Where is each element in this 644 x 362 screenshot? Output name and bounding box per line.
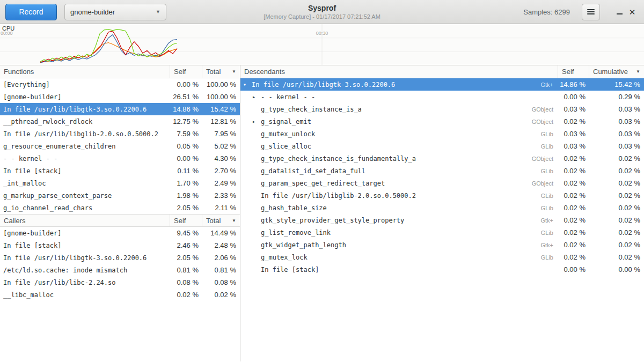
column-header-total[interactable]: Total ▼ — [202, 215, 240, 226]
descendant-row[interactable]: g_param_spec_get_redirect_target GObject… — [240, 177, 644, 189]
descendant-row[interactable]: g_mutex_unlock GLib 0.03 % 0.03 % — [240, 128, 644, 140]
self-percent: 0.02 % — [558, 204, 589, 212]
cumulative-percent: 0.02 % — [589, 216, 644, 224]
descendant-row[interactable]: g_slice_alloc GLib 0.03 % 0.03 % — [240, 140, 644, 152]
self-percent: 12.75 % — [170, 117, 202, 125]
minimize-button[interactable] — [613, 5, 626, 18]
sort-descending-icon: ▼ — [634, 69, 640, 74]
caller-row[interactable]: In file /usr/lib/libc-2.24.so 0.08 % 0.0… — [0, 276, 240, 289]
function-name: g_slice_alloc — [261, 143, 311, 150]
library-badge: GLib — [541, 205, 558, 211]
descendant-row[interactable]: In file [stack] 0.00 % 0.00 % — [240, 263, 644, 276]
self-percent: 0.02 % — [558, 191, 589, 200]
caller-row[interactable]: __libc_malloc 0.02 % 0.02 % — [0, 289, 240, 301]
function-row[interactable]: In file /usr/lib/libgtk-3.so.0.2200.6 14… — [0, 103, 240, 115]
total-percent: 2.06 % — [202, 254, 240, 262]
total-percent: 7.95 % — [202, 130, 240, 138]
column-header-cumulative[interactable]: Cumulative ▼ — [589, 65, 644, 78]
function-row[interactable]: - - kernel - - 0.00 % 4.30 % — [0, 152, 240, 165]
menu-button[interactable] — [582, 4, 600, 20]
cumulative-percent: 0.29 % — [589, 93, 644, 101]
descendants-rows: ▾ In file /usr/lib/libgtk-3.so.0.2200.6 … — [240, 78, 644, 276]
descendant-row[interactable]: ▾ In file /usr/lib/libgtk-3.so.0.2200.6 … — [240, 78, 644, 91]
self-percent: 0.05 % — [170, 142, 202, 150]
library-badge: GObject — [532, 119, 558, 125]
column-header-callers[interactable]: Callers — [0, 215, 170, 226]
column-header-descendants[interactable]: Descendants — [240, 65, 558, 78]
column-header-self[interactable]: Self — [170, 65, 202, 78]
function-name: In file /usr/lib/libgtk-3.so.0.2200.6 — [0, 106, 170, 113]
column-header-self[interactable]: Self — [170, 215, 202, 226]
descendant-row[interactable]: ▸ - - kernel - - 0.00 % 0.29 % — [240, 91, 644, 103]
function-row[interactable]: g_resource_enumerate_children 0.05 % 5.0… — [0, 140, 240, 152]
function-row[interactable]: [Everything] 0.00 % 100.00 % — [0, 78, 240, 91]
record-button[interactable]: Record — [5, 4, 57, 20]
caller-row[interactable]: /etc/ld.so.cache: inode mismatch 0.81 % … — [0, 264, 240, 276]
descendant-row[interactable]: g_list_remove_link GLib 0.02 % 0.02 % — [240, 226, 644, 239]
function-name: g_signal_emit — [261, 118, 311, 125]
function-name: g_hash_table_size — [261, 204, 327, 212]
descendant-row[interactable]: g_mutex_lock GLib 0.02 % 0.02 % — [240, 251, 644, 263]
self-percent: 2.05 % — [170, 204, 202, 212]
descendant-row[interactable]: g_type_check_instance_is_fundamentally_a… — [240, 152, 644, 165]
function-row[interactable]: [gnome-builder] 26.51 % 100.00 % — [0, 91, 240, 103]
callers-table: Callers Self Total ▼ [gnome-builder] 9.4… — [0, 214, 240, 301]
expander-icon[interactable]: ▾ — [243, 82, 252, 87]
total-percent: 2.48 % — [202, 241, 240, 249]
sort-descending-icon: ▼ — [230, 218, 236, 223]
time-mid-label: 00:30 — [316, 31, 328, 36]
descendant-row[interactable]: g_type_check_instance_is_a GObject 0.03 … — [240, 103, 644, 115]
function-row[interactable]: __pthread_rwlock_rdlock 12.75 % 12.81 % — [0, 115, 240, 128]
column-header-total[interactable]: Total ▼ — [202, 65, 240, 78]
function-name: g_param_spec_get_redirect_target — [261, 180, 385, 187]
function-name: gtk_widget_path_length — [261, 241, 346, 249]
function-row[interactable]: In file /usr/lib/libglib-2.0.so.0.5000.2… — [0, 128, 240, 140]
function-row[interactable]: In file [stack] 0.11 % 2.70 % — [0, 165, 240, 177]
function-name: In file /usr/lib/libglib-2.0.so.0.5000.2 — [0, 130, 170, 138]
app-title: Sysprof — [308, 4, 336, 13]
descendants-pane: Descendants Self Cumulative ▼ ▾ In file … — [240, 65, 644, 361]
column-header-cumulative-label: Cumulative — [593, 68, 628, 76]
cumulative-percent: 0.02 % — [589, 191, 644, 200]
target-select[interactable]: gnome-builder ▼ — [64, 4, 166, 20]
self-percent: 0.81 % — [170, 266, 202, 274]
cpu-line-blue — [40, 35, 177, 63]
cpu-timeline[interactable]: CPU 00:00 00:30 — [0, 24, 644, 65]
function-row[interactable]: _int_malloc 1.70 % 2.49 % — [0, 177, 240, 189]
total-percent: 2.33 % — [202, 191, 240, 200]
column-header-self[interactable]: Self — [558, 65, 589, 78]
function-name: gtk_style_provider_get_style_property — [261, 217, 404, 224]
library-badge: Gtk+ — [540, 242, 558, 248]
function-row[interactable]: g_io_channel_read_chars 2.05 % 2.11 % — [0, 202, 240, 214]
cumulative-percent: 0.00 % — [589, 265, 644, 274]
column-header-functions[interactable]: Functions — [0, 65, 170, 78]
caller-row[interactable]: In file [stack] 2.46 % 2.48 % — [0, 239, 240, 252]
function-name: g_type_check_instance_is_fundamentally_a — [261, 155, 416, 162]
cumulative-percent: 0.03 % — [589, 105, 644, 113]
descendant-row[interactable]: gtk_style_provider_get_style_property Gt… — [240, 214, 644, 226]
descendant-row[interactable]: g_datalist_id_set_data_full GLib 0.02 % … — [240, 165, 644, 177]
callers-header: Callers Self Total ▼ — [0, 214, 240, 227]
caller-row[interactable]: In file /usr/lib/libgtk-3.so.0.2200.6 2.… — [0, 252, 240, 264]
function-name: In file [stack] — [261, 266, 319, 274]
total-percent: 100.00 % — [202, 80, 240, 88]
function-name: g_list_remove_link — [261, 229, 331, 237]
self-percent: 0.00 % — [558, 93, 589, 101]
descendant-row[interactable]: gtk_widget_path_length Gtk+ 0.02 % 0.02 … — [240, 239, 644, 251]
expander-icon[interactable]: ▸ — [252, 94, 261, 100]
expander-icon[interactable]: ▸ — [252, 119, 261, 124]
cumulative-percent: 0.02 % — [589, 179, 644, 187]
time-start-label: 00:00 — [1, 31, 13, 36]
cumulative-percent: 0.03 % — [589, 130, 644, 138]
library-badge: GLib — [541, 230, 558, 236]
cumulative-percent: 0.02 % — [589, 228, 644, 237]
descendant-row[interactable]: ▸ g_signal_emit GObject 0.02 % 0.03 % — [240, 115, 644, 128]
caller-row[interactable]: [gnome-builder] 9.45 % 14.49 % — [0, 227, 240, 239]
target-select-label: gnome-builder — [70, 8, 115, 16]
function-name: __pthread_rwlock_rdlock — [0, 118, 170, 125]
close-button[interactable]: ✕ — [626, 5, 639, 18]
function-row[interactable]: g_markup_parse_context_parse 1.98 % 2.33… — [0, 189, 240, 202]
descendant-row[interactable]: g_hash_table_size GLib 0.02 % 0.02 % — [240, 202, 644, 214]
cumulative-percent: 0.02 % — [589, 204, 644, 212]
descendant-row[interactable]: In file /usr/lib/libglib-2.0.so.0.5000.2… — [240, 189, 644, 202]
